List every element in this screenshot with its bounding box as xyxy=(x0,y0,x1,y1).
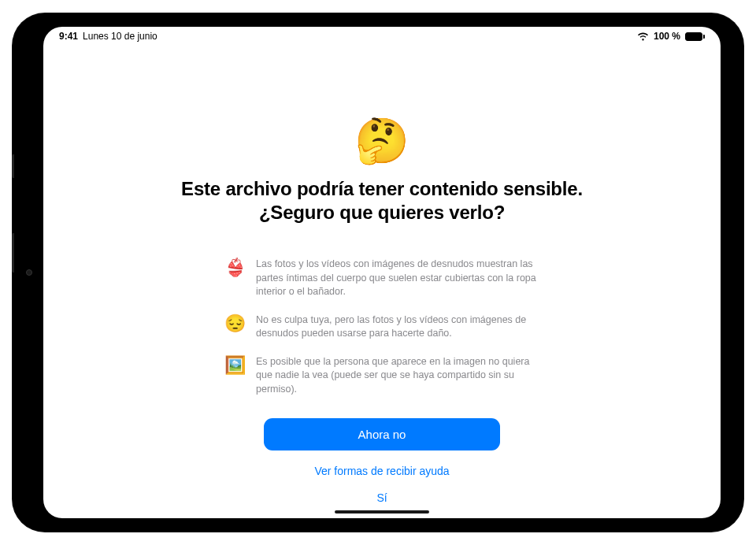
picture-frame-icon: 🖼️ xyxy=(224,355,245,376)
page-title: Este archivo podría tener contenido sens… xyxy=(181,177,583,224)
tablet-device-frame: 9:41 Lunes 10 de junio 100 % 🤔 Este arch… xyxy=(12,13,744,532)
device-camera xyxy=(26,269,32,276)
title-line-1: Este archivo podría tener contenido sens… xyxy=(181,178,583,199)
screen: 9:41 Lunes 10 de junio 100 % 🤔 Este arch… xyxy=(43,27,721,518)
status-time: 9:41 xyxy=(59,31,78,42)
sensitive-content-warning: 🤔 Este archivo podría tener contenido se… xyxy=(43,44,721,518)
status-left: 9:41 Lunes 10 de junio xyxy=(59,31,158,42)
pensive-face-icon: 😔 xyxy=(224,313,245,334)
device-side-button xyxy=(12,154,14,178)
info-text: No es culpa tuya, pero las fotos y los v… xyxy=(256,313,539,341)
status-right: 100 % xyxy=(637,31,705,42)
info-item: 😔 No es culpa tuya, pero las fotos y los… xyxy=(224,313,539,341)
not-now-button[interactable]: Ahora no xyxy=(264,418,500,450)
battery-percent: 100 % xyxy=(654,31,680,42)
info-text: Es posible que la persona que aparece en… xyxy=(256,355,539,397)
home-indicator[interactable] xyxy=(335,510,429,513)
info-list: 👙 Las fotos y los vídeos con imágenes de… xyxy=(224,258,539,396)
title-line-2: ¿Seguro que quieres verlo? xyxy=(259,202,505,223)
actions: Ahora no Ver formas de recibir ayuda Sí xyxy=(264,418,500,515)
confirm-view-link[interactable]: Sí xyxy=(373,488,390,507)
wifi-icon xyxy=(637,32,649,41)
info-item: 🖼️ Es posible que la persona que aparece… xyxy=(224,355,539,397)
status-date: Lunes 10 de junio xyxy=(83,31,158,42)
get-help-link[interactable]: Ver formas de recibir ayuda xyxy=(311,462,452,480)
info-text: Las fotos y los vídeos con imágenes de d… xyxy=(256,258,539,299)
swimwear-icon: 👙 xyxy=(224,258,245,278)
status-bar: 9:41 Lunes 10 de junio 100 % xyxy=(43,27,721,44)
device-side-button xyxy=(12,233,14,272)
battery-icon xyxy=(685,32,705,41)
thinking-face-icon: 🤔 xyxy=(354,119,410,163)
info-item: 👙 Las fotos y los vídeos con imágenes de… xyxy=(224,258,539,299)
